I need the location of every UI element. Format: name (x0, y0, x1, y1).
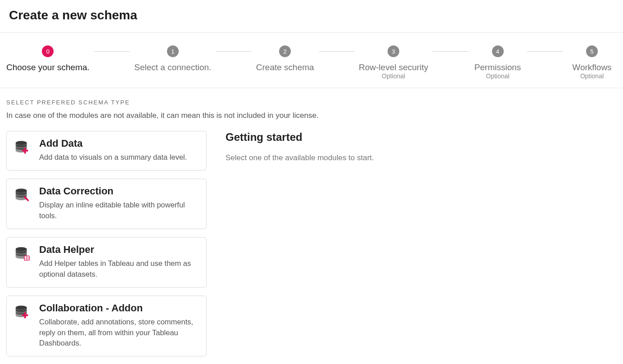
step-connector (94, 51, 130, 52)
step-3[interactable]: 3 Row-level security Optional (359, 45, 428, 80)
step-label: Choose your schema. (6, 63, 90, 72)
card-desc: Add data to visuals on a summary data le… (39, 152, 199, 163)
page-header: Create a new schema (0, 0, 623, 33)
schema-cards: Add Data Add data to visuals on a summar… (6, 131, 207, 356)
section-desc: In case one of the modules are not avail… (6, 111, 617, 120)
step-circle: 5 (586, 45, 598, 57)
step-5[interactable]: 5 Workflows Optional (567, 45, 617, 80)
card-title: Add Data (39, 138, 199, 149)
step-4[interactable]: 4 Permissions Optional (473, 45, 523, 80)
card-desc: Display an inline editable table with po… (39, 200, 199, 221)
step-circle: 1 (167, 45, 179, 57)
step-connector (433, 51, 468, 52)
step-sublabel: Optional (382, 72, 405, 80)
card-desc: Add Helper tables in Tableau and use the… (39, 258, 199, 280)
step-label: Row-level security (359, 63, 428, 72)
card-title: Data Helper (39, 244, 199, 256)
card-title: Collaboration - Addon (39, 302, 199, 314)
card-body: Collaboration - Addon Collaborate, add a… (39, 302, 199, 349)
side-desc: Select one of the available modules to s… (226, 153, 617, 162)
step-1[interactable]: 1 Select a connection. (134, 45, 211, 72)
step-sublabel: Optional (580, 72, 604, 80)
step-0[interactable]: 0 Choose your schema. (6, 45, 90, 72)
side-panel: Getting started Select one of the availa… (226, 131, 617, 162)
database-helper-icon (14, 246, 31, 263)
content-area: Select Prefered Schema Type In case one … (0, 88, 623, 364)
step-connector (527, 51, 563, 52)
database-plus-icon (14, 304, 31, 321)
step-sublabel: Optional (486, 72, 510, 80)
step-connector (216, 51, 251, 52)
main-layout: Add Data Add data to visuals on a summar… (6, 131, 617, 356)
svg-rect-12 (22, 314, 28, 316)
step-label: Create schema (256, 63, 314, 72)
card-data-helper[interactable]: Data Helper Add Helper tables in Tableau… (6, 237, 207, 288)
page-title: Create a new schema (9, 8, 614, 22)
step-circle: 3 (388, 45, 399, 57)
side-title: Getting started (226, 131, 617, 144)
step-circle: 0 (42, 45, 54, 57)
card-data-correction[interactable]: Data Correction Display an inline editab… (6, 179, 207, 229)
step-circle: 2 (279, 45, 291, 57)
step-connector (319, 51, 354, 52)
stepper: 0 Choose your schema. 1 Select a connect… (0, 33, 623, 88)
database-plus-icon (14, 139, 31, 157)
step-circle: 4 (492, 45, 504, 57)
card-body: Add Data Add data to visuals on a summar… (39, 138, 199, 163)
card-body: Data Correction Display an inline editab… (39, 185, 199, 221)
section-label: Select Prefered Schema Type (6, 99, 617, 106)
step-label: Permissions (474, 63, 521, 72)
card-add-data[interactable]: Add Data Add data to visuals on a summar… (6, 131, 207, 171)
step-2[interactable]: 2 Create schema (256, 45, 314, 72)
card-desc: Collaborate, add annotations, store comm… (39, 317, 199, 349)
card-body: Data Helper Add Helper tables in Tableau… (39, 244, 199, 280)
database-edit-icon (14, 187, 31, 204)
card-title: Data Correction (39, 185, 199, 197)
card-collaboration-addon[interactable]: Collaboration - Addon Collaborate, add a… (6, 296, 207, 357)
step-label: Workflows (572, 63, 611, 72)
svg-rect-2 (22, 150, 28, 152)
step-label: Select a connection. (134, 63, 211, 72)
